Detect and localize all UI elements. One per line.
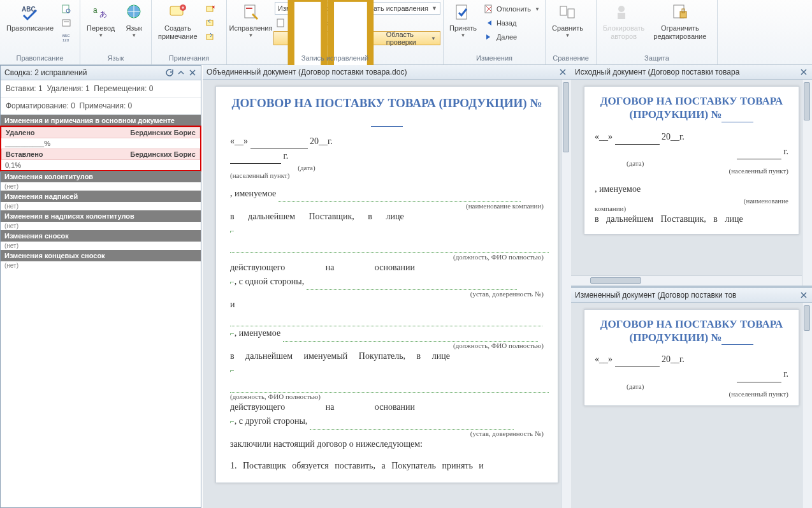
svg-rect-24 bbox=[560, 6, 567, 15]
right-bottom-header: Измененный документ (Договор поставки то… bbox=[571, 288, 812, 303]
line-concluded: заключили настоящий договор о нижеследую… bbox=[230, 437, 544, 451]
close-icon[interactable] bbox=[799, 291, 808, 300]
section-captions: Изменения надписей bbox=[1, 191, 201, 202]
spelling-label: Правописание bbox=[6, 24, 54, 33]
svg-rect-12 bbox=[207, 6, 213, 11]
next-change-button[interactable]: Далее bbox=[481, 31, 542, 43]
track-changes-label: Исправления bbox=[229, 24, 273, 33]
change-inserted[interactable]: Вставлено Бердинских Борис bbox=[1, 149, 200, 160]
line-acting-2: действующего на основании bbox=[230, 400, 544, 414]
right-top-title: Исходный документ (Договор поставки това… bbox=[575, 68, 797, 76]
vertical-scrollbar[interactable] bbox=[802, 80, 812, 286]
translate-label: Перевод bbox=[87, 24, 115, 33]
group-protect-label: Защита bbox=[599, 53, 714, 63]
doc-title: ДОГОВОР НА ПОСТАВКУ ТОВАРА (ПРОДУКЦИИ) № bbox=[230, 96, 544, 127]
language-button[interactable]: Язык ▼ bbox=[120, 1, 148, 40]
line-buyer: в дальнейшем именуемый Покупатель, в лиц… bbox=[230, 349, 544, 363]
block-authors-label: Блокировать авторов bbox=[603, 24, 644, 40]
right-top-wrap: Исходный документ (Договор поставки това… bbox=[571, 65, 812, 286]
delete-comment-button[interactable] bbox=[203, 3, 218, 15]
new-comment-label: Создать примечание bbox=[158, 24, 198, 40]
svg-rect-23 bbox=[485, 5, 491, 13]
svg-point-26 bbox=[618, 6, 625, 12]
summary-stats-2: Форматирование: 0 Примечания: 0 bbox=[1, 98, 201, 115]
wordcount-button[interactable]: ABC123 bbox=[59, 31, 74, 43]
position-caption-2: (должность, ФИО полностью) bbox=[230, 342, 544, 349]
group-comments: Создать примечание Примечания bbox=[152, 0, 227, 64]
right-bottom-title: Измененный документ (Договор поставки то… bbox=[575, 291, 797, 300]
svg-text:あ: あ bbox=[99, 10, 107, 18]
restrict-editing-label: Ограничить редактирование bbox=[653, 24, 706, 40]
company-caption: (наименование компании) bbox=[230, 202, 544, 210]
track-changes-button[interactable]: Исправления ▼ bbox=[229, 1, 272, 40]
hf-empty: (нет) bbox=[1, 182, 201, 191]
svg-rect-25 bbox=[568, 9, 574, 18]
spelling-button[interactable]: ABC Правописание bbox=[3, 1, 57, 34]
line-and: и bbox=[230, 298, 544, 327]
position-caption: (должность, ФИО полностью) bbox=[230, 253, 544, 261]
group-compare: Сравнить ▼ Сравнение bbox=[546, 0, 597, 64]
previous-change-button[interactable]: Назад bbox=[481, 17, 542, 29]
refresh-icon[interactable] bbox=[165, 68, 174, 77]
summary-title: Сводка: 2 исправлений bbox=[4, 68, 163, 77]
block-authors-button[interactable]: Блокировать авторов bbox=[599, 1, 648, 41]
section-footnotes: Изменения сносок bbox=[1, 230, 201, 242]
svg-rect-16 bbox=[246, 8, 252, 9]
new-comment-button[interactable]: Создать примечание bbox=[154, 1, 201, 41]
vertical-scrollbar[interactable] bbox=[802, 303, 812, 509]
position-caption-3: (должность, ФИО полностью) bbox=[230, 393, 544, 400]
group-spelling-label: Правописание bbox=[3, 53, 77, 63]
translate-button[interactable]: aあ Перевод ▼ bbox=[83, 1, 119, 40]
thesaurus-button[interactable] bbox=[59, 17, 74, 29]
city-caption: (населенный пункт) bbox=[230, 171, 544, 179]
compare-button[interactable]: Сравнить ▼ bbox=[548, 1, 587, 40]
next-comment-button[interactable] bbox=[203, 31, 218, 43]
summary-panel: Сводка: 2 исправлений Вставки: 1 Удалени… bbox=[0, 65, 201, 508]
change-deleted[interactable]: Удалено Бердинских Борис bbox=[1, 127, 200, 138]
center-document-wrap: Объединенный документ (Договор поставки … bbox=[203, 65, 571, 508]
change-inserted-text: 0,1% bbox=[1, 160, 200, 170]
language-label: Язык bbox=[126, 24, 142, 33]
right-bottom-wrap: Измененный документ (Договор поставки то… bbox=[571, 288, 812, 509]
workspace: Сводка: 2 исправлений Вставки: 1 Удалени… bbox=[0, 65, 812, 508]
group-protect: Блокировать авторов Ограничить редактиро… bbox=[597, 0, 718, 64]
fn-empty: (нет) bbox=[1, 242, 201, 250]
close-icon[interactable] bbox=[799, 68, 808, 76]
prev-comment-button[interactable] bbox=[203, 17, 218, 29]
next-change-label: Далее bbox=[497, 33, 517, 41]
accept-button[interactable]: Принять ▼ bbox=[446, 1, 480, 40]
right-top-document[interactable]: ДОГОВОР НА ПОСТАВКУ ТОВАРА (ПРОДУКЦИИ) №… bbox=[571, 80, 812, 286]
svg-rect-13 bbox=[207, 20, 213, 25]
horizontal-scrollbar[interactable] bbox=[571, 275, 802, 286]
compare-label: Сравнить bbox=[552, 24, 583, 33]
close-icon[interactable] bbox=[558, 68, 567, 76]
clause-1: 1. Поставщик обязуется поставить, а Поку… bbox=[230, 459, 544, 473]
group-language-label: Язык bbox=[83, 53, 149, 63]
restrict-editing-button[interactable]: Ограничить редактирование bbox=[649, 1, 710, 41]
center-document[interactable]: ДОГОВОР НА ПОСТАВКУ ТОВАРА (ПРОДУКЦИИ) №… bbox=[203, 80, 571, 508]
group-changes: Принять ▼ Отклонить▼ Назад Далее Изменен… bbox=[444, 0, 546, 64]
en-empty: (нет) bbox=[1, 261, 201, 270]
group-tracking-label: Запись исправлений bbox=[229, 53, 440, 63]
group-spelling: ABC Правописание ABC123 Правописание bbox=[0, 0, 80, 64]
reviewing-pane-button[interactable]: Область проверки ▼ bbox=[273, 31, 440, 45]
charter-caption: (устав, доверенность №) bbox=[230, 290, 544, 298]
ribbon: ABC Правописание ABC123 Правописание aあ … bbox=[0, 0, 812, 65]
line-supplier: в дальнейшем Поставщик, в лице bbox=[230, 210, 544, 224]
svg-text:123: 123 bbox=[62, 38, 69, 42]
collapse-icon[interactable] bbox=[177, 68, 185, 77]
summary-stats-1: Вставки: 1 Удаления: 1 Перемещения: 0 bbox=[1, 80, 201, 98]
line-named: , именуемое bbox=[230, 187, 544, 201]
reject-button[interactable]: Отклонить▼ bbox=[481, 3, 542, 15]
right-bottom-document[interactable]: ДОГОВОР НА ПОСТАВКУ ТОВАРА (ПРОДУКЦИИ) №… bbox=[571, 303, 812, 509]
doc-date-line: «__» 20__г. bbox=[230, 134, 544, 149]
close-icon[interactable] bbox=[188, 68, 197, 77]
group-language: aあ Перевод ▼ Язык ▼ Язык bbox=[80, 0, 152, 64]
charter-caption-2: (устав, доверенность №) bbox=[230, 430, 544, 437]
research-button[interactable] bbox=[59, 3, 74, 15]
section-header-footer: Изменения колонтитулов bbox=[1, 171, 201, 182]
section-endnotes: Изменения концевых сносок bbox=[1, 250, 201, 261]
section-main-changes: Изменения и примечания в основном докуме… bbox=[1, 115, 201, 126]
section-hf-captions: Изменения в надписях колонтитулов bbox=[1, 210, 201, 222]
vertical-scrollbar[interactable] bbox=[561, 80, 571, 508]
